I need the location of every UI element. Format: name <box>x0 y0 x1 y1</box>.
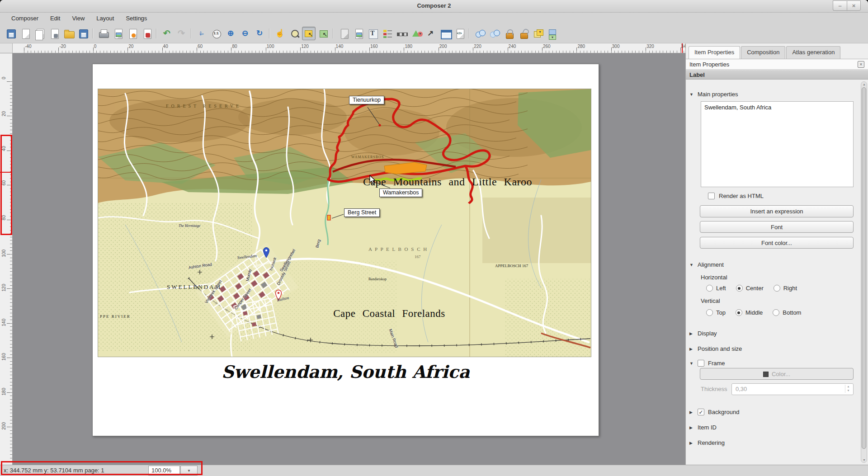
group-rendering[interactable]: ▶ Rendering <box>689 439 725 446</box>
zoom-out-button[interactable]: ⊖ <box>238 27 252 40</box>
map-text: 167 <box>415 254 421 259</box>
titlebar[interactable]: Composer 2 – × <box>0 0 868 13</box>
export-pdf-button[interactable] <box>140 27 153 40</box>
menu-view[interactable]: View <box>67 14 90 23</box>
ruler-label: 80 <box>232 44 237 49</box>
map-text: Bandietskop <box>368 277 387 281</box>
radio-top[interactable]: Top <box>706 309 726 316</box>
ruler-label: 280 <box>577 44 585 49</box>
ungroup-items-button[interactable] <box>487 27 501 40</box>
tab-atlas-generation[interactable]: Atlas generation <box>786 46 840 59</box>
zoom-full-button[interactable]: ⇔⇔ <box>195 27 208 40</box>
export-image-button[interactable] <box>111 27 124 40</box>
add-image-button[interactable] <box>351 27 365 40</box>
load-template-button[interactable] <box>61 27 75 40</box>
map-text: Murray <box>245 269 252 282</box>
menu-edit[interactable]: Edit <box>45 14 65 23</box>
export-svg-button[interactable] <box>125 27 139 40</box>
composition-page[interactable]: FOREST RESERVESWELLENDAMAshton RoadVoort… <box>92 64 599 436</box>
menu-settings[interactable]: Settings <box>121 14 152 23</box>
new-composer-button[interactable] <box>18 27 32 40</box>
background-checkbox[interactable]: ✓ <box>698 409 704 415</box>
save-project-button[interactable] <box>4 27 17 40</box>
add-scalebar-button[interactable] <box>395 27 408 40</box>
group-item-id[interactable]: ▶ Item ID <box>689 424 717 431</box>
label-text-input[interactable]: Swellendam, South Africa <box>701 101 854 187</box>
composition-canvas[interactable]: FOREST RESERVESWELLENDAMAshton RoadVoort… <box>13 53 685 465</box>
radio-left[interactable]: Left <box>706 285 726 292</box>
group-main-properties[interactable]: ▼ Main properties <box>689 91 738 98</box>
undo-button[interactable]: ↶ <box>160 27 174 40</box>
map-item[interactable]: FOREST RESERVESWELLENDAMAshton RoadVoort… <box>98 89 591 357</box>
map-text: Trichardt <box>269 257 277 272</box>
print-button[interactable] <box>96 27 110 40</box>
render-as-html-checkbox[interactable] <box>708 193 715 199</box>
refresh-view-button[interactable]: ↻ <box>253 27 266 40</box>
tab-item-properties[interactable]: Item Properties <box>689 46 740 59</box>
radio-middle[interactable]: Middle <box>736 309 763 316</box>
select-move-item-button[interactable]: ↖ <box>302 27 316 40</box>
collapse-arrow-icon: ▶ <box>689 331 694 336</box>
panel-scrollbar-thumb[interactable] <box>862 87 866 449</box>
spinbox-arrows-icon[interactable]: ▲▼ <box>845 385 851 393</box>
add-html-frame-button[interactable]: </> <box>453 27 466 40</box>
scroll-up-icon[interactable]: ▲ <box>863 83 866 86</box>
group-frame[interactable]: ▼ Frame <box>689 360 725 367</box>
font-button[interactable]: Font <box>700 221 854 233</box>
move-item-content-button[interactable]: ↖ <box>316 27 330 40</box>
panel-close-icon[interactable]: × <box>858 61 864 68</box>
ruler-label: 200 <box>439 44 447 49</box>
ruler-label: 40 <box>1 146 6 151</box>
minimize-button[interactable]: – <box>833 0 847 11</box>
composer-manager-button[interactable] <box>47 27 61 40</box>
group-position-size[interactable]: ▶ Position and size <box>689 345 742 352</box>
group-display[interactable]: ▶ Display <box>689 330 717 337</box>
zoom-tool-button[interactable] <box>288 27 301 40</box>
menu-layout[interactable]: Layout <box>91 14 119 23</box>
annotation-box-statusbar <box>1 461 203 475</box>
save-as-template-button[interactable] <box>76 27 90 40</box>
ruler-label: 160 <box>1 353 6 361</box>
tab-composition[interactable]: Composition <box>741 46 785 59</box>
collapse-arrow-icon: ▶ <box>689 425 694 430</box>
ruler-label: 80 <box>1 215 6 220</box>
pan-tool-button[interactable]: ☝ <box>273 27 287 40</box>
group-background[interactable]: ▶ ✓ Background <box>689 409 739 415</box>
close-button[interactable]: × <box>847 0 861 11</box>
radio-bottom[interactable]: Bottom <box>773 309 801 316</box>
duplicate-composer-button[interactable] <box>33 27 46 40</box>
zoom-in-button[interactable]: ⊕ <box>224 27 237 40</box>
lock-items-button[interactable] <box>502 27 515 40</box>
align-items-button[interactable] <box>545 27 559 40</box>
unlock-items-button[interactable] <box>516 27 530 40</box>
page-caption-label[interactable]: Swellendam, South Africa <box>93 362 599 382</box>
group-alignment[interactable]: ▼ Alignment <box>689 261 724 268</box>
zoom-1-1-button[interactable]: 1:1 <box>209 27 223 40</box>
menu-composer[interactable]: Composer <box>6 14 43 23</box>
add-legend-button[interactable] <box>380 27 394 40</box>
add-arrow-button[interactable]: ↗ <box>424 27 437 40</box>
raise-items-button[interactable] <box>531 27 544 40</box>
ruler-label: 240 <box>509 44 516 49</box>
add-shape-button[interactable] <box>409 27 423 40</box>
group-items-button[interactable] <box>473 27 486 40</box>
thickness-spinbox[interactable]: 0,30 ▲▼ <box>731 383 854 395</box>
radio-center[interactable]: Center <box>736 285 764 292</box>
menubar: ComposerEditViewLayoutSettings <box>0 13 868 24</box>
add-map-button[interactable] <box>337 27 350 40</box>
radio-right[interactable]: Right <box>774 285 797 292</box>
frame-checkbox[interactable] <box>698 360 704 367</box>
add-label-button[interactable]: T <box>366 27 379 40</box>
frame-color-button[interactable]: Color... <box>700 368 854 380</box>
insert-expression-button[interactable]: Insert an expression <box>700 205 854 217</box>
map-text: Railton <box>277 296 289 302</box>
add-attribute-table-button[interactable] <box>438 27 452 40</box>
panel-scrollbar[interactable]: ▲ ▼ <box>861 81 867 463</box>
redo-button[interactable]: ↷ <box>175 27 188 40</box>
font-color-button[interactable]: Font color... <box>700 237 854 249</box>
scroll-down-icon[interactable]: ▼ <box>863 458 866 462</box>
render-as-html-row[interactable]: Render as HTML <box>708 193 764 199</box>
ruler-label: 120 <box>1 284 6 292</box>
radio-circle-icon <box>706 285 713 292</box>
color-swatch-icon <box>763 372 769 377</box>
